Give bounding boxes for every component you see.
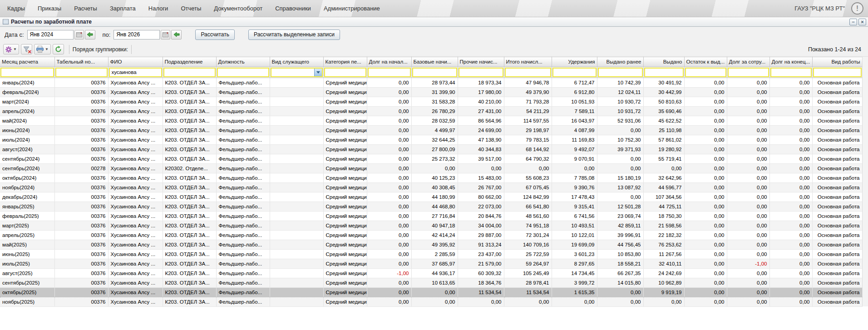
column-header-8[interactable]: Долг на начал... <box>367 57 411 67</box>
vertical-scrollbar[interactable] <box>862 57 868 306</box>
cell: 42 859,11 <box>597 221 643 231</box>
date-to-calendar-button[interactable] <box>161 30 170 39</box>
cell: Хусаинова Алсу ... <box>108 164 163 173</box>
column-header-4[interactable]: Подразделение <box>163 57 216 67</box>
table-row[interactable]: апрель(2025)00376Хусаинова Алсу ...К203.… <box>0 231 862 240</box>
filter-input-2[interactable] <box>55 68 108 77</box>
table-row[interactable]: февраль(2025)00376Хусаинова Алсу ...К203… <box>0 212 862 221</box>
table-row[interactable]: октябрь(2024)00376Хусаинова Алсу ...К203… <box>0 173 862 183</box>
refresh-button[interactable] <box>53 44 64 54</box>
cell: 66 267,35 <box>597 269 643 278</box>
table-row[interactable]: апрель(2024)00376Хусаинова Алсу ...К203.… <box>0 107 862 116</box>
filter-input-16[interactable] <box>728 68 769 77</box>
menu-item-4[interactable]: Зарплата <box>104 5 142 12</box>
table-row[interactable]: январь(2025)00376Хусаинова Алсу ...К203.… <box>0 202 862 212</box>
column-header-6[interactable]: Вид служащего <box>270 57 323 67</box>
table-row[interactable]: май(2025)00376Хусаинова Алсу ...К203. ОТ… <box>0 240 862 250</box>
cell: Фельдшер-лабо... <box>216 221 270 231</box>
filter-input-1[interactable] <box>0 68 54 77</box>
column-header-14[interactable]: Выдано <box>643 57 684 67</box>
cell: 0,00 <box>684 192 727 202</box>
table-row[interactable]: октябрь(2025)00376Хусаинова Алсу ...К203… <box>0 288 862 297</box>
settings-menu-button[interactable]: ▼ <box>3 44 19 54</box>
cell: январь(2025) <box>0 202 54 212</box>
print-menu-button[interactable]: ▼ <box>34 44 51 54</box>
table-row[interactable]: июль(2025)00376Хусаинова Алсу ...К203. О… <box>0 259 862 269</box>
menu-item-7[interactable]: Документооборот <box>207 5 269 12</box>
cell: 68 144,92 <box>504 145 552 154</box>
filter-input-7[interactable] <box>324 68 366 77</box>
filter-input-17[interactable] <box>770 68 812 77</box>
filter-input-13[interactable] <box>598 68 643 77</box>
table-row[interactable]: сентябрь(2025)00376Хусаинова Алсу ...К20… <box>0 278 862 288</box>
cell: К203. ОТДЕЛ ЗА... <box>163 126 216 135</box>
toolbar-separator <box>131 45 132 54</box>
column-header-15[interactable]: Остаток к выд... <box>684 57 727 67</box>
table-row[interactable]: март(2024)00376Хусаинова Алсу ...К203. О… <box>0 97 862 107</box>
calculate-button[interactable]: Рассчитать <box>195 30 235 40</box>
filter-input-12[interactable] <box>552 68 597 77</box>
column-header-18[interactable]: Вид работы <box>812 57 862 67</box>
menu-item-2[interactable]: Приказы <box>31 5 68 12</box>
menu-item-3[interactable]: Расчеты <box>68 5 104 12</box>
date-from-input[interactable] <box>27 30 74 39</box>
filter-input-14[interactable] <box>644 68 684 77</box>
column-header-2[interactable]: Табельный но... <box>54 57 108 67</box>
filter-input-10[interactable] <box>459 68 503 77</box>
table-row[interactable]: май(2024)00376Хусаинова Алсу ...К203. ОТ… <box>0 116 862 126</box>
menu-item-8[interactable]: Справочники <box>269 5 317 12</box>
menu-item-9[interactable]: Администрирование <box>317 5 386 12</box>
table-row[interactable]: июнь(2024)00376Хусаинова Алсу ...К203. О… <box>0 126 862 135</box>
table-row[interactable]: март(2025)00376Хусаинова Алсу ...К203. О… <box>0 221 862 231</box>
minimize-button[interactable]: – <box>849 19 857 25</box>
calculate-selected-button[interactable]: Рассчитать выделенные записи <box>248 30 340 40</box>
table-row[interactable]: декабрь(2024)00376Хусаинова Алсу ...К203… <box>0 192 862 202</box>
column-header-10[interactable]: Прочие начис... <box>458 57 504 67</box>
table-row[interactable]: сентябрь(2024)00376Хусаинова Алсу ...К20… <box>0 154 862 164</box>
cell: 9 315,41 <box>552 202 597 212</box>
dropdown-button[interactable] <box>314 69 322 76</box>
column-header-13[interactable]: Выдано ранее <box>597 57 643 67</box>
filter-input-9[interactable] <box>412 68 457 77</box>
table-row[interactable]: январь(2024)00376Хусаинова Алсу ...К203.… <box>0 78 862 88</box>
table-row[interactable]: ноябрь(2025)00376Хусаинова Алсу ...К203.… <box>0 297 862 307</box>
table-row[interactable]: февраль(2024)00376Хусаинова Алсу ...К203… <box>0 88 862 97</box>
filter-input-15[interactable] <box>685 68 726 77</box>
table-row[interactable]: июнь(2025)00376Хусаинова Алсу ...К203. О… <box>0 250 862 259</box>
filter-input-3[interactable] <box>109 68 162 77</box>
table-row[interactable]: август(2024)00376Хусаинова Алсу ...К203.… <box>0 145 862 154</box>
table-row[interactable]: август(2025)00376Хусаинова Алсу ...К203.… <box>0 269 862 278</box>
table-row[interactable]: июль(2024)00376Хусаинова Алсу ...К203. О… <box>0 135 862 145</box>
column-header-3[interactable]: ФИО <box>108 57 163 67</box>
grid-toolbar: ▼ ✕ ▼ Порядок группировки: Показано 1-24… <box>0 42 868 57</box>
date-from-calendar-button[interactable] <box>74 30 84 39</box>
filter-input-11[interactable] <box>505 68 551 77</box>
filter-select-employee-type[interactable] <box>271 68 323 77</box>
column-header-16[interactable]: Долг за сотру... <box>727 57 769 67</box>
warning-icon[interactable]: ! <box>851 2 863 15</box>
column-header-12[interactable]: Удержания <box>552 57 597 67</box>
clear-filter-button[interactable]: ✕ <box>21 44 32 54</box>
date-from-apply-button[interactable] <box>85 30 95 39</box>
close-button[interactable]: × <box>858 19 866 25</box>
menu-item-1[interactable]: Кадры <box>1 5 31 12</box>
table-row[interactable]: ноябрь(2024)00376Хусаинова Алсу ...К203.… <box>0 183 862 192</box>
filter-input-8[interactable] <box>368 68 411 77</box>
table-row[interactable]: сентябрь(2024)00278Хусаинова Алсу ...К20… <box>0 164 862 173</box>
column-header-11[interactable]: Итого начисл... <box>504 57 552 67</box>
column-header-9[interactable]: Базовые начи... <box>411 57 458 67</box>
date-to-apply-button[interactable] <box>171 30 182 39</box>
column-header-5[interactable]: Должность <box>216 57 270 67</box>
date-to-input[interactable] <box>113 30 160 39</box>
menu-item-6[interactable]: Отчеты <box>174 5 207 12</box>
cell <box>270 173 323 183</box>
column-header-17[interactable]: Долг на конец... <box>769 57 812 67</box>
column-header-1[interactable]: Месяц расчета <box>0 57 54 67</box>
cell: 0,00 <box>458 297 504 307</box>
cell: Основная работа <box>812 240 862 250</box>
filter-input-4[interactable] <box>163 68 216 77</box>
filter-input-18[interactable] <box>813 68 862 77</box>
filter-input-5[interactable] <box>217 68 269 77</box>
column-header-7[interactable]: Категория пе... <box>323 57 367 67</box>
menu-item-5[interactable]: Налоги <box>142 5 175 12</box>
